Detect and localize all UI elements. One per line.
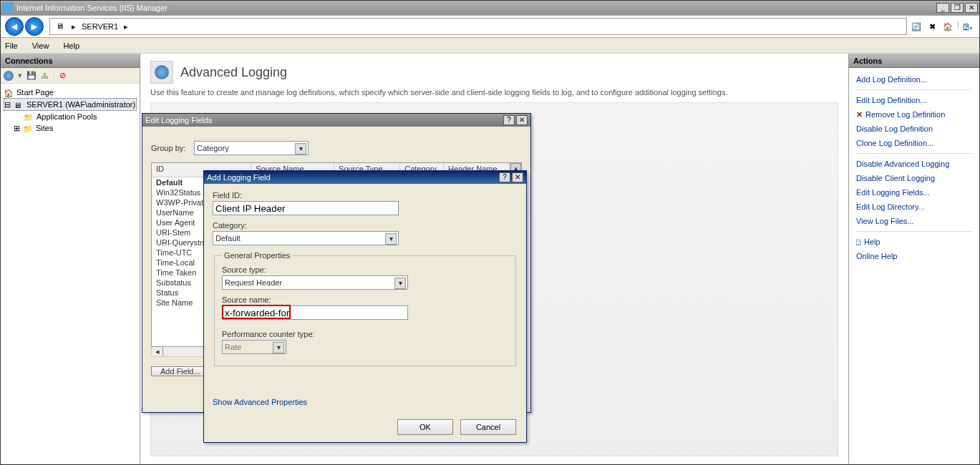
action-help[interactable]: ⍰Help [856,235,972,249]
advanced-logging-icon [150,61,173,84]
separator: ▾ [18,71,22,80]
perf-combo: Rate [222,340,286,354]
action-remove-log-def[interactable]: ✕Remove Log Definition [856,107,972,122]
separator: | [53,72,55,80]
dialog-titlebar[interactable]: Edit Logging Fields ? ✕ [142,114,530,127]
separator: | [957,20,959,33]
show-advanced-link[interactable]: Show Advanced Properties [213,398,307,406]
iis-icon [2,2,14,14]
menu-help[interactable]: Help [63,41,79,50]
perf-label: Performance counter type: [222,330,508,338]
groupby-combo[interactable]: Category [194,141,309,155]
tree-server-node[interactable]: ⊟🖥SERVER1 (WAF\administrator) [4,98,137,111]
ok-button[interactable]: OK [397,419,453,435]
close-button[interactable]: ✕ [965,3,978,13]
home-icon[interactable]: 🏠 [941,20,954,33]
expand-icon[interactable]: ⊞ [14,122,20,134]
menu-view[interactable]: View [32,41,49,50]
page-description: Use this feature to create and manage lo… [150,88,838,97]
fieldid-label: Field ID: [213,191,518,200]
srctype-combo[interactable]: Request Header [222,275,408,290]
cancel-button[interactable]: Cancel [460,419,516,435]
stop-icon[interactable]: ✖ [926,20,938,33]
action-edit-fields[interactable]: Edit Logging Fields... [856,185,972,200]
connections-toolbar: ▾ 💾 🖧 | ⊘ [1,68,140,84]
connections-header: Connections [1,54,140,68]
general-properties-group: General Properties Source type: Request … [214,251,516,366]
action-view-log[interactable]: View Log Files... [856,214,972,228]
refresh-icon[interactable]: 🔄 [910,20,923,33]
save-icon[interactable]: 💾 [26,71,37,80]
action-disable-client[interactable]: Disable Client Logging [856,171,972,185]
actions-list: Add Log Definition... Edit Log Definitio… [849,68,979,464]
help-icon: ⍰ [856,235,861,249]
back-button[interactable]: ◄ [5,17,24,36]
menu-file[interactable]: File [5,41,18,50]
srctype-label: Source type: [222,265,508,274]
remove-icon: ✕ [856,107,863,122]
dialog-title: Add Logging Field [207,173,271,182]
gp-legend: General Properties [222,251,292,260]
page-title: Advanced Logging [180,65,287,80]
category-label: Category: [213,221,518,230]
menu-bar: File View Help [1,38,979,54]
tree-sites[interactable]: ⊞📁Sites [4,122,137,134]
add-logging-field-dialog: Add Logging Field ? ✕ Field ID: Category… [203,170,527,443]
tree-apppools[interactable]: 📁Application Pools [4,111,137,122]
nav-bar: ◄ ► 🖥 ▸ SERVER1 ▸ 🔄 ✖ 🏠 | ⍰▾ [1,15,979,38]
dialog-titlebar[interactable]: Add Logging Field ? ✕ [204,171,526,184]
server-icon: 🖥 [56,21,66,31]
action-edit-log-def[interactable]: Edit Log Definition... [856,93,972,107]
tree-start-page[interactable]: 🏠Start Page [4,87,137,98]
dialog-close-button[interactable]: ✕ [512,172,523,182]
connect-icon[interactable] [4,71,14,81]
action-online-help[interactable]: Online Help [856,249,972,263]
breadcrumb-sep: ▸ [72,22,76,31]
forward-button[interactable]: ► [25,17,44,36]
dialog-help-button[interactable]: ? [503,115,515,125]
breadcrumb[interactable]: 🖥 ▸ SERVER1 ▸ [49,18,907,35]
server-icon: 🖥 [14,99,24,109]
help-icon[interactable]: ⍰▾ [962,20,975,33]
action-clone-log-def[interactable]: Clone Log Definition... [856,136,972,150]
expand-icon[interactable]: ⊟ [4,99,11,110]
dialog-close-button[interactable]: ✕ [516,115,528,125]
fieldid-input[interactable] [213,201,399,215]
action-edit-dir[interactable]: Edit Log Directory... [856,200,972,214]
home-icon: 🏠 [4,87,14,97]
stop-conn-icon[interactable]: ⊘ [59,71,66,80]
connections-panel: Connections ▾ 💾 🖧 | ⊘ 🏠Start Page ⊟🖥SERV… [1,54,140,464]
connect2-icon[interactable]: 🖧 [41,72,49,80]
minimize-button[interactable]: _ [936,3,949,13]
actions-panel: Actions Add Log Definition... Edit Log D… [849,54,979,464]
dialog-title: Edit Logging Fields [145,116,213,124]
srcname-input[interactable] [222,305,408,320]
window-title: Internet Information Services (IIS) Mana… [16,4,168,12]
iis-manager-window: Internet Information Services (IIS) Mana… [0,0,980,465]
groupby-label: Group by: [151,144,194,152]
category-combo[interactable]: Default [213,231,399,245]
action-disable-log-def[interactable]: Disable Log Definition [856,122,972,136]
action-add-log-def[interactable]: Add Log Definition... [856,72,972,87]
add-field-button[interactable]: Add Field... [151,366,210,376]
connections-tree[interactable]: 🏠Start Page ⊟🖥SERVER1 (WAF\administrator… [1,84,140,464]
dialog-help-button[interactable]: ? [499,172,510,182]
action-disable-adv[interactable]: Disable Advanced Logging [856,157,972,171]
breadcrumb-sep: ▸ [124,22,128,31]
maximize-button[interactable]: ❐ [951,3,964,13]
actions-header: Actions [849,54,979,68]
window-titlebar: Internet Information Services (IIS) Mana… [1,1,979,15]
apppool-icon: 📁 [24,112,34,122]
srcname-label: Source name: [222,295,508,304]
sites-icon: 📁 [23,123,33,133]
breadcrumb-server[interactable]: SERVER1 [82,22,118,31]
